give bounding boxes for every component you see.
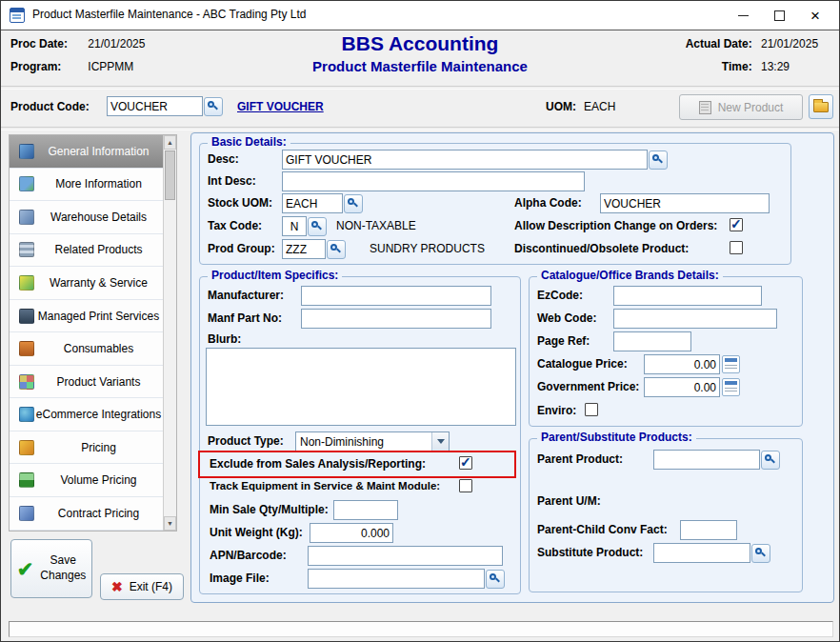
allow-desc-change-label: Allow Description Change on Orders: (514, 219, 717, 232)
sidebar-item-volume-pricing[interactable]: Volume Pricing (10, 464, 176, 497)
prod-group-input[interactable] (282, 239, 326, 259)
sidebar: General Information More Information War… (9, 134, 177, 532)
sidebar-item-consumables[interactable]: Consumables (10, 332, 176, 366)
manufacturer-input[interactable] (301, 286, 491, 306)
scroll-up-icon[interactable]: ▲ (164, 135, 176, 150)
stock-uom-lookup-button[interactable] (344, 194, 363, 213)
new-product-label: New Product (718, 101, 784, 114)
sidebar-item-product-variants[interactable]: Product Variants (10, 366, 176, 399)
sidebar-item-general-information[interactable]: General Information (10, 135, 176, 169)
tax-code-input[interactable] (282, 216, 307, 236)
sidebar-item-label: Warehouse Details (34, 211, 163, 224)
discontinued-checkbox[interactable] (730, 241, 743, 254)
actual-date-value: 21/01/2025 (761, 37, 830, 50)
catalogue-price-input[interactable] (644, 354, 720, 374)
sidebar-item-ecommerce-integrations[interactable]: eCommerce Integrations (10, 398, 176, 431)
apn-barcode-label: APN/Barcode: (210, 549, 287, 562)
save-changes-button[interactable]: Save Changes (10, 539, 92, 598)
sidebar-item-warranty-service[interactable]: Warranty & Service (10, 267, 176, 300)
sidebar-item-pricing[interactable]: Pricing (10, 431, 176, 465)
prod-group-lookup-button[interactable] (327, 240, 346, 259)
actual-date: Actual Date: 21/01/2025 (670, 37, 830, 50)
discontinued-label: Discontinued/Obsolete Product: (514, 242, 689, 255)
product-code-label: Product Code: (10, 100, 90, 113)
sidebar-item-more-information[interactable]: More Information (10, 169, 176, 202)
calculator-icon[interactable] (722, 355, 740, 373)
catalogue-title: Catalogue/Office Brands Details: (537, 269, 723, 282)
manf-part-input[interactable] (301, 309, 491, 329)
government-price-input[interactable] (644, 377, 720, 397)
calculator-icon[interactable] (722, 378, 740, 396)
desc-lookup-button[interactable] (649, 150, 668, 170)
catalogue-group: Catalogue/Office Brands Details: EzCode:… (529, 276, 803, 427)
min-sale-input[interactable] (333, 500, 398, 520)
new-product-button[interactable]: New Product (679, 94, 803, 120)
exit-button[interactable]: Exit (F4) (100, 573, 184, 600)
related-products-icon (19, 242, 34, 257)
substitute-product-lookup-button[interactable] (751, 544, 770, 563)
managed-print-services-icon (19, 309, 34, 324)
apn-barcode-input[interactable] (308, 546, 503, 566)
substitute-product-input[interactable] (653, 543, 750, 563)
consumables-icon (19, 341, 34, 356)
manf-part-label: Manf Part No: (208, 311, 282, 325)
page-ref-input[interactable] (613, 331, 691, 351)
allow-desc-change-checkbox[interactable] (730, 218, 743, 231)
conv-fact-input[interactable] (680, 520, 737, 540)
alpha-code-input[interactable] (600, 193, 770, 213)
sidebar-item-label: Pricing (34, 441, 163, 454)
maximize-icon[interactable] (761, 3, 797, 28)
prod-group-label: Prod Group: (208, 242, 275, 255)
parent-product-lookup-button[interactable] (761, 451, 780, 470)
int-desc-input[interactable] (282, 171, 585, 191)
tax-code-lookup-button[interactable] (308, 217, 327, 236)
int-desc-label: Int Desc: (208, 174, 256, 188)
sidebar-scrollbar[interactable]: ▲ ▼ (163, 135, 176, 531)
desc-input[interactable] (282, 150, 648, 170)
scroll-down-icon[interactable]: ▼ (164, 516, 176, 531)
close-icon[interactable] (797, 3, 833, 28)
main-panel: Basic Details: Desc: Int Desc: Stock UOM… (190, 132, 834, 603)
product-description-link[interactable]: GIFT VOUCHER (237, 100, 324, 113)
exclude-sales-checkbox[interactable] (459, 456, 472, 470)
unit-weight-label: Unit Weight (Kg): (210, 526, 303, 539)
unit-weight-input[interactable] (310, 523, 393, 543)
track-equipment-checkbox[interactable] (459, 479, 472, 492)
search-icon (330, 243, 343, 256)
sidebar-item-related-products[interactable]: Related Products (10, 234, 176, 268)
parent-product-label: Parent Product: (537, 452, 623, 466)
sidebar-item-warehouse-details[interactable]: Warehouse Details (10, 201, 176, 234)
product-code-input[interactable] (107, 96, 203, 116)
volume-pricing-icon (19, 472, 34, 488)
image-file-input[interactable] (308, 569, 485, 589)
more-information-icon (19, 176, 34, 191)
product-type-label: Product Type: (208, 434, 284, 448)
blurb-textarea[interactable] (206, 348, 516, 426)
enviro-checkbox[interactable] (585, 403, 598, 416)
scrollbar-thumb[interactable] (165, 150, 175, 200)
open-folder-button[interactable] (809, 94, 833, 119)
product-type-select[interactable]: Non-Diminishing (295, 431, 450, 451)
image-file-label: Image File: (210, 572, 270, 585)
product-code-lookup-button[interactable] (204, 97, 223, 116)
parent-product-input[interactable] (653, 450, 760, 470)
government-price-label: Government Price: (537, 380, 639, 393)
ezcode-input[interactable] (613, 286, 762, 306)
image-file-lookup-button[interactable] (486, 570, 505, 589)
web-code-input[interactable] (613, 309, 777, 329)
sidebar-item-label: Product Variants (34, 375, 163, 389)
sidebar-item-label: Managed Print Services (34, 310, 163, 323)
prod-group-description: SUNDRY PRODUCTS (370, 242, 485, 255)
substitute-product-label: Substitute Product: (537, 546, 643, 559)
sidebar-item-contract-pricing[interactable]: Contract Pricing (10, 497, 176, 531)
window-controls (725, 1, 833, 30)
ecommerce-integrations-icon (19, 407, 34, 422)
time: Time: 13:29 (670, 60, 830, 73)
stock-uom-input[interactable] (282, 193, 343, 213)
basic-details-group: Basic Details: Desc: Int Desc: Stock UOM… (199, 143, 791, 265)
exit-label: Exit (F4) (130, 580, 172, 593)
sidebar-item-managed-print-services[interactable]: Managed Print Services (10, 300, 176, 333)
search-icon (489, 572, 502, 586)
minimize-icon[interactable] (725, 3, 761, 28)
uom-value: EACH (584, 100, 615, 113)
